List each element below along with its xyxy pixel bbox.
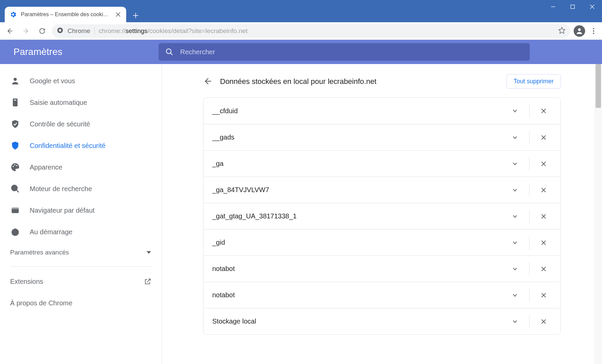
settings-app-title: Paramètres [13,47,145,57]
settings-search-input[interactable] [180,48,523,56]
search-icon [165,48,173,56]
cookie-name: _ga [212,160,507,168]
vertical-divider [94,27,95,35]
delete-cookie-button[interactable] [536,261,552,277]
privacy-icon [10,141,20,151]
cookie-row: Stockage local [203,308,560,334]
cookie-name: __gads [212,133,507,141]
vertical-divider [529,157,529,171]
expand-cookie-button[interactable] [507,261,523,277]
expand-cookie-button[interactable] [507,103,523,119]
svg-marker-12 [559,27,565,33]
scrollbar-track[interactable] [595,64,602,364]
bookmark-star-icon[interactable] [558,27,566,35]
nav-back-button[interactable] [3,25,16,37]
svg-point-14 [593,28,594,29]
cookie-row: _ga [203,150,560,177]
sidebar-item-label: Apparence [30,163,62,171]
sidebar-item-search[interactable]: Moteur de recherche [0,178,162,200]
cookie-name: __cfduid [212,107,507,115]
cookie-list: __cfduid__gads_ga_ga_84TVJVLVW7_gat_gtag… [203,97,561,335]
settings-header: Paramètres [0,40,602,64]
sidebar-item-privacy[interactable]: Confidentialité et sécurité [0,135,162,156]
expand-cookie-button[interactable] [507,313,523,330]
svg-rect-28 [12,208,19,209]
svg-line-18 [170,53,172,55]
address-bar[interactable]: Chrome chrome://settings/cookies/detail?… [52,24,570,38]
cookie-row: __cfduid [203,98,560,124]
settings-search[interactable] [159,43,530,61]
settings-main: Données stockées en local pour lecrabein… [162,64,602,364]
expand-cookie-button[interactable] [507,182,523,198]
browser-menu-button[interactable] [589,25,599,37]
titlebar [0,0,602,6]
cookie-name: notabot [212,265,507,273]
svg-rect-1 [571,5,575,9]
settings-content: Google et vousSaisie automatiqueContrôle… [0,64,602,364]
sidebar-item-label: Google et vous [30,77,75,85]
delete-cookie-button[interactable] [536,313,552,330]
svg-line-26 [17,190,19,192]
delete-all-button[interactable]: Tout supprimer [507,74,561,89]
google-icon [10,76,20,86]
sidebar-item-startup[interactable]: Au démarrage [0,221,162,243]
sidebar-item-label: Au démarrage [30,228,73,236]
window-close-button[interactable] [582,0,602,13]
svg-point-15 [593,30,594,32]
window-minimize-button[interactable] [543,0,563,13]
omnibox-scheme-label: Chrome [67,27,90,35]
svg-point-25 [12,185,17,191]
sidebar-item-defaultbrowser[interactable]: Navigateur par défaut [0,200,162,221]
sidebar-about-link[interactable]: À propos de Chrome [0,292,162,314]
open-external-icon [144,278,152,285]
appearance-icon [10,162,20,172]
search-icon [10,184,20,194]
expand-cookie-button[interactable] [507,235,523,251]
sidebar-item-autofill[interactable]: Saisie automatique [0,92,162,113]
cookie-row: __gads [203,124,560,150]
cookie-name: notabot [212,291,507,299]
cookie-name: _ga_84TVJVLVW7 [212,186,507,194]
cookie-row: _ga_84TVJVLVW7 [203,177,560,203]
tab-close-button[interactable] [115,11,121,18]
window-maximize-button[interactable] [563,0,582,13]
vertical-divider [529,183,529,197]
sidebar-advanced-toggle[interactable]: Paramètres avancés [0,243,162,262]
expand-cookie-button[interactable] [507,156,523,172]
chrome-logo-icon [57,27,63,35]
delete-cookie-button[interactable] [536,287,552,303]
sidebar-item-label: Moteur de recherche [30,185,92,193]
page-title: Données stockées en local pour lecrabein… [220,77,507,86]
expand-cookie-button[interactable] [507,287,523,303]
nav-forward-button[interactable] [20,25,32,37]
nav-reload-button[interactable] [36,25,49,37]
vertical-divider [529,262,529,276]
page-back-button[interactable] [203,77,213,86]
profile-avatar[interactable] [574,25,585,37]
cookie-name: _gid [212,239,507,246]
expand-cookie-button[interactable] [507,208,523,224]
vertical-divider [529,289,529,302]
sidebar-item-google[interactable]: Google et vous [0,70,162,92]
autofill-icon [10,97,20,108]
cookie-name: _gat_gtag_UA_38171338_1 [212,212,507,220]
vertical-divider [529,236,529,249]
delete-cookie-button[interactable] [536,208,552,224]
delete-cookie-button[interactable] [536,129,552,146]
new-tab-button[interactable] [129,9,142,22]
delete-cookie-button[interactable] [536,156,552,172]
sidebar-item-appearance[interactable]: Apparence [0,156,162,178]
sidebar-item-security[interactable]: Contrôle de sécurité [0,113,162,135]
cookie-name: Stockage local [212,317,507,325]
svg-point-23 [14,164,16,165]
vertical-divider [529,104,529,118]
browser-tab[interactable]: Paramètres – Ensemble des cooki… [5,7,126,22]
expand-cookie-button[interactable] [507,129,523,146]
defaultbrowser-icon [10,205,20,215]
delete-cookie-button[interactable] [536,103,552,119]
scrollbar-thumb[interactable] [596,64,601,108]
sidebar-extensions-link[interactable]: Extensions [0,271,162,292]
delete-cookie-button[interactable] [536,182,552,198]
cookie-row: notabot [203,255,560,282]
delete-cookie-button[interactable] [536,235,552,251]
